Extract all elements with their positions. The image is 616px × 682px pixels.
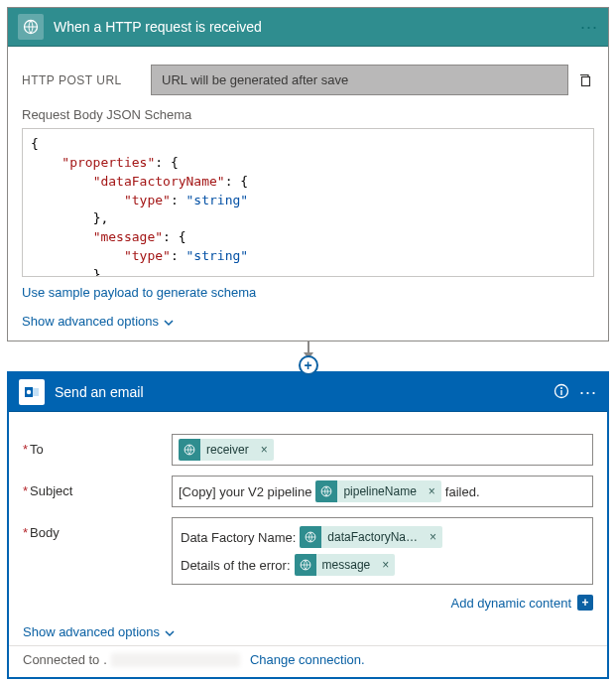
schema-textarea[interactable]: { "properties": { "dataFactoryName": { "…	[22, 128, 594, 277]
connected-to-label: Connected to	[23, 652, 99, 667]
svg-rect-7	[560, 390, 561, 395]
post-url-field: URL will be generated after save	[151, 65, 568, 95]
token-pipeline-name[interactable]: pipelineName ×	[315, 480, 440, 502]
chevron-down-icon	[164, 624, 176, 639]
copy-url-button[interactable]	[576, 71, 594, 89]
add-dynamic-content-link[interactable]: Add dynamic content	[451, 596, 571, 611]
trigger-header[interactable]: When a HTTP request is received ···	[8, 8, 608, 47]
token-remove[interactable]: ×	[255, 443, 274, 457]
trigger-body: HTTP POST URL URL will be generated afte…	[8, 47, 608, 341]
divider	[9, 645, 607, 646]
token-icon	[300, 526, 321, 548]
to-label: To	[23, 434, 172, 457]
to-field[interactable]: receiver ×	[172, 434, 593, 466]
action-header[interactable]: Send an email ···	[9, 373, 607, 412]
svg-rect-3	[33, 388, 39, 396]
post-url-label: HTTP POST URL	[22, 73, 151, 87]
token-remove[interactable]: ×	[423, 484, 441, 498]
trigger-title: When a HTTP request is received	[54, 19, 580, 35]
action-menu-button[interactable]: ···	[579, 383, 597, 401]
subject-label: Subject	[23, 476, 172, 498]
action-title: Send an email	[55, 384, 554, 400]
token-receiver[interactable]: receiver ×	[179, 439, 274, 461]
action-body: To receiver × Subject [Copy] your V2 pip…	[9, 412, 607, 677]
connection-name-redacted	[111, 653, 240, 667]
token-icon	[179, 439, 200, 461]
svg-rect-1	[582, 76, 590, 85]
chevron-down-icon	[163, 314, 175, 329]
body-field[interactable]: Data Factory Name: dataFactoryNa… × Deta…	[172, 517, 593, 585]
subject-field[interactable]: [Copy] your V2 pipeline pipelineName × f…	[172, 476, 593, 507]
change-connection-link[interactable]: Change connection.	[250, 652, 365, 667]
token-remove[interactable]: ×	[376, 558, 395, 572]
add-dynamic-content-button[interactable]: +	[577, 595, 593, 611]
token-data-factory-name[interactable]: dataFactoryNa… ×	[300, 526, 442, 548]
token-remove[interactable]: ×	[424, 530, 442, 544]
outlook-icon	[19, 379, 45, 405]
trigger-card: When a HTTP request is received ··· HTTP…	[7, 7, 609, 341]
action-show-advanced[interactable]: Show advanced options	[23, 624, 160, 639]
info-icon[interactable]	[554, 383, 569, 402]
sample-payload-link[interactable]: Use sample payload to generate schema	[22, 285, 256, 300]
schema-label: Request Body JSON Schema	[22, 107, 594, 122]
action-card: Send an email ··· To receiver × Subject …	[7, 371, 609, 679]
token-icon	[315, 480, 337, 502]
http-icon	[18, 14, 44, 40]
add-step-button[interactable]	[299, 355, 318, 375]
trigger-show-advanced[interactable]: Show advanced options	[22, 314, 159, 329]
svg-point-6	[560, 387, 562, 389]
connector	[7, 341, 609, 377]
token-message[interactable]: message ×	[295, 554, 396, 576]
body-label: Body	[23, 517, 172, 540]
trigger-menu-button[interactable]: ···	[580, 18, 598, 36]
token-icon	[295, 554, 316, 576]
svg-point-4	[27, 390, 31, 394]
